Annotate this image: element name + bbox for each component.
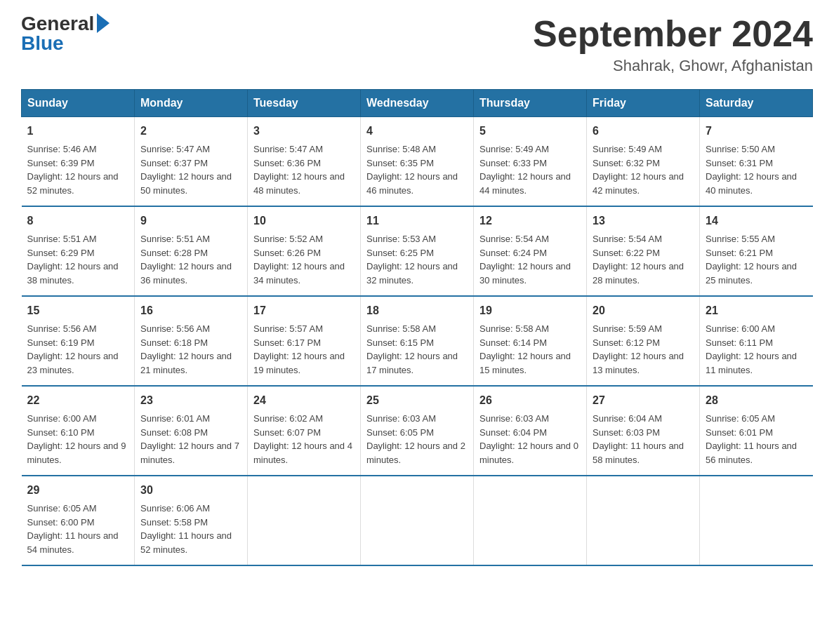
logo-triangle-icon [97, 13, 110, 33]
day-number: 13 [593, 213, 694, 229]
calendar-cell [248, 476, 361, 565]
calendar-cell: 7 Sunrise: 5:50 AMSunset: 6:31 PMDayligh… [700, 117, 813, 207]
logo: General Blue [21, 14, 110, 53]
column-header-monday: Monday [135, 90, 248, 117]
calendar-cell: 29 Sunrise: 6:05 AMSunset: 6:00 PMDaylig… [22, 476, 135, 565]
day-number: 3 [253, 123, 355, 140]
day-info: Sunrise: 6:03 AMSunset: 6:04 PMDaylight:… [479, 413, 578, 465]
day-number: 5 [479, 123, 581, 140]
day-number: 25 [366, 392, 468, 409]
calendar-cell [587, 476, 700, 565]
calendar-cell: 22 Sunrise: 6:00 AMSunset: 6:10 PMDaylig… [22, 386, 135, 476]
column-header-wednesday: Wednesday [361, 90, 474, 117]
day-info: Sunrise: 5:51 AMSunset: 6:28 PMDaylight:… [140, 234, 232, 286]
day-info: Sunrise: 6:00 AMSunset: 6:10 PMDaylight:… [27, 413, 126, 465]
calendar-cell: 23 Sunrise: 6:01 AMSunset: 6:08 PMDaylig… [135, 386, 248, 476]
page-header: General Blue September 2024 Shahrak, Gho… [21, 14, 813, 75]
week-row-2: 8 Sunrise: 5:51 AMSunset: 6:29 PMDayligh… [22, 206, 813, 296]
calendar-cell: 5 Sunrise: 5:49 AMSunset: 6:33 PMDayligh… [474, 117, 587, 207]
month-title: September 2024 [533, 14, 813, 54]
calendar-cell: 17 Sunrise: 5:57 AMSunset: 6:17 PMDaylig… [248, 296, 361, 386]
day-number: 7 [706, 123, 807, 140]
day-info: Sunrise: 6:05 AMSunset: 6:01 PMDaylight:… [706, 413, 797, 465]
location-title: Shahrak, Ghowr, Afghanistan [533, 57, 813, 75]
week-row-4: 22 Sunrise: 6:00 AMSunset: 6:10 PMDaylig… [22, 386, 813, 476]
week-row-5: 29 Sunrise: 6:05 AMSunset: 6:00 PMDaylig… [22, 476, 813, 565]
day-info: Sunrise: 5:56 AMSunset: 6:19 PMDaylight:… [27, 323, 119, 375]
calendar-cell: 26 Sunrise: 6:03 AMSunset: 6:04 PMDaylig… [474, 386, 587, 476]
day-info: Sunrise: 5:57 AMSunset: 6:17 PMDaylight:… [253, 323, 345, 375]
calendar-cell: 30 Sunrise: 6:06 AMSunset: 5:58 PMDaylig… [135, 476, 248, 565]
day-number: 16 [140, 302, 241, 319]
day-info: Sunrise: 5:50 AMSunset: 6:31 PMDaylight:… [706, 144, 797, 196]
calendar-cell: 14 Sunrise: 5:55 AMSunset: 6:21 PMDaylig… [700, 206, 813, 296]
day-info: Sunrise: 5:59 AMSunset: 6:12 PMDaylight:… [593, 323, 684, 375]
calendar-cell: 13 Sunrise: 5:54 AMSunset: 6:22 PMDaylig… [587, 206, 700, 296]
day-info: Sunrise: 5:55 AMSunset: 6:21 PMDaylight:… [706, 234, 797, 286]
week-row-3: 15 Sunrise: 5:56 AMSunset: 6:19 PMDaylig… [22, 296, 813, 386]
column-header-sunday: Sunday [22, 90, 135, 117]
calendar-cell: 1 Sunrise: 5:46 AMSunset: 6:39 PMDayligh… [22, 117, 135, 207]
calendar-cell: 27 Sunrise: 6:04 AMSunset: 6:03 PMDaylig… [587, 386, 700, 476]
calendar-cell: 3 Sunrise: 5:47 AMSunset: 6:36 PMDayligh… [248, 117, 361, 207]
day-number: 12 [479, 213, 581, 229]
day-number: 8 [27, 213, 129, 229]
column-header-friday: Friday [587, 90, 700, 117]
day-number: 14 [706, 213, 807, 229]
logo-text-blue: Blue [21, 34, 64, 53]
day-number: 20 [593, 302, 694, 319]
day-number: 9 [140, 213, 241, 229]
day-info: Sunrise: 6:01 AMSunset: 6:08 PMDaylight:… [140, 413, 239, 465]
calendar-cell: 8 Sunrise: 5:51 AMSunset: 6:29 PMDayligh… [22, 206, 135, 296]
day-info: Sunrise: 5:47 AMSunset: 6:36 PMDaylight:… [253, 144, 345, 196]
calendar-cell: 6 Sunrise: 5:49 AMSunset: 6:32 PMDayligh… [587, 117, 700, 207]
calendar-cell: 16 Sunrise: 5:56 AMSunset: 6:18 PMDaylig… [135, 296, 248, 386]
day-number: 4 [366, 123, 468, 140]
calendar-cell: 11 Sunrise: 5:53 AMSunset: 6:25 PMDaylig… [361, 206, 474, 296]
column-header-tuesday: Tuesday [248, 90, 361, 117]
calendar-cell: 2 Sunrise: 5:47 AMSunset: 6:37 PMDayligh… [135, 117, 248, 207]
day-info: Sunrise: 5:49 AMSunset: 6:32 PMDaylight:… [593, 144, 684, 196]
calendar-cell: 21 Sunrise: 6:00 AMSunset: 6:11 PMDaylig… [700, 296, 813, 386]
day-info: Sunrise: 5:56 AMSunset: 6:18 PMDaylight:… [140, 323, 232, 375]
day-info: Sunrise: 5:49 AMSunset: 6:33 PMDaylight:… [479, 144, 571, 196]
day-number: 10 [253, 213, 355, 229]
title-section: September 2024 Shahrak, Ghowr, Afghanist… [533, 14, 813, 75]
day-number: 1 [27, 123, 129, 140]
calendar-cell [700, 476, 813, 565]
day-info: Sunrise: 6:05 AMSunset: 6:00 PMDaylight:… [27, 503, 119, 555]
day-number: 30 [140, 482, 241, 499]
day-info: Sunrise: 5:46 AMSunset: 6:39 PMDaylight:… [27, 144, 119, 196]
calendar-table: SundayMondayTuesdayWednesdayThursdayFrid… [21, 89, 813, 566]
day-info: Sunrise: 6:06 AMSunset: 5:58 PMDaylight:… [140, 503, 232, 555]
day-info: Sunrise: 5:54 AMSunset: 6:24 PMDaylight:… [479, 234, 571, 286]
day-number: 6 [593, 123, 694, 140]
day-info: Sunrise: 6:03 AMSunset: 6:05 PMDaylight:… [366, 413, 465, 465]
day-number: 24 [253, 392, 355, 409]
calendar-cell: 25 Sunrise: 6:03 AMSunset: 6:05 PMDaylig… [361, 386, 474, 476]
day-info: Sunrise: 5:58 AMSunset: 6:15 PMDaylight:… [366, 323, 458, 375]
calendar-cell: 18 Sunrise: 5:58 AMSunset: 6:15 PMDaylig… [361, 296, 474, 386]
day-number: 28 [706, 392, 807, 409]
day-number: 15 [27, 302, 129, 319]
day-info: Sunrise: 5:58 AMSunset: 6:14 PMDaylight:… [479, 323, 571, 375]
day-info: Sunrise: 6:00 AMSunset: 6:11 PMDaylight:… [706, 323, 797, 375]
day-number: 18 [366, 302, 468, 319]
day-info: Sunrise: 5:53 AMSunset: 6:25 PMDaylight:… [366, 234, 458, 286]
day-info: Sunrise: 5:51 AMSunset: 6:29 PMDaylight:… [27, 234, 119, 286]
calendar-cell: 10 Sunrise: 5:52 AMSunset: 6:26 PMDaylig… [248, 206, 361, 296]
day-number: 21 [706, 302, 807, 319]
day-info: Sunrise: 5:48 AMSunset: 6:35 PMDaylight:… [366, 144, 458, 196]
day-number: 11 [366, 213, 468, 229]
calendar-cell: 20 Sunrise: 5:59 AMSunset: 6:12 PMDaylig… [587, 296, 700, 386]
calendar-cell: 4 Sunrise: 5:48 AMSunset: 6:35 PMDayligh… [361, 117, 474, 207]
logo-text-general: General [21, 14, 94, 34]
calendar-cell: 24 Sunrise: 6:02 AMSunset: 6:07 PMDaylig… [248, 386, 361, 476]
day-number: 29 [27, 482, 129, 499]
day-number: 19 [479, 302, 581, 319]
calendar-cell: 9 Sunrise: 5:51 AMSunset: 6:28 PMDayligh… [135, 206, 248, 296]
calendar-cell: 15 Sunrise: 5:56 AMSunset: 6:19 PMDaylig… [22, 296, 135, 386]
calendar-cell: 12 Sunrise: 5:54 AMSunset: 6:24 PMDaylig… [474, 206, 587, 296]
calendar-cell [361, 476, 474, 565]
day-info: Sunrise: 5:52 AMSunset: 6:26 PMDaylight:… [253, 234, 345, 286]
